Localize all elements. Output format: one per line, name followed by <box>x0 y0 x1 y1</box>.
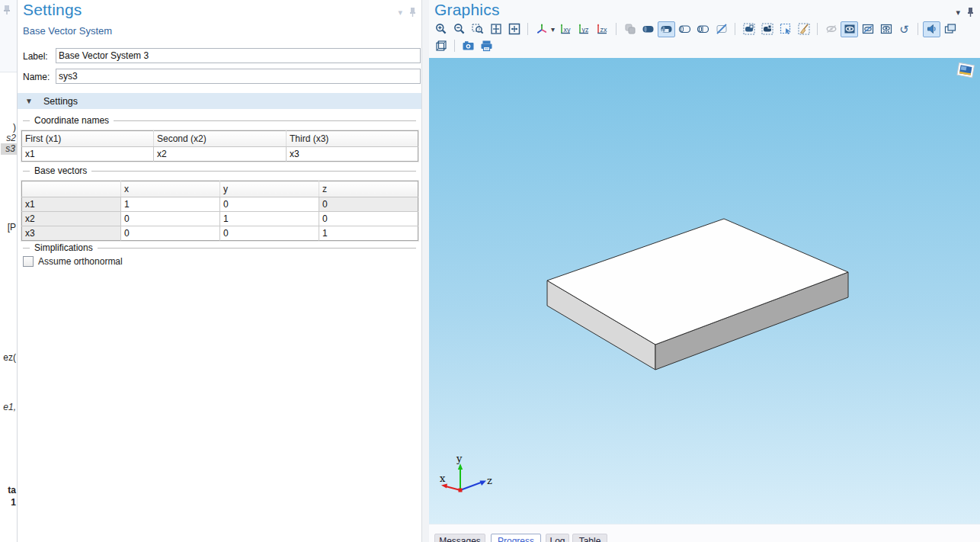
tree-item-fragment[interactable]: ez( <box>3 352 16 363</box>
table-cell[interactable]: x2 <box>154 147 287 162</box>
print-button[interactable] <box>478 38 495 54</box>
table-cell[interactable]: 1 <box>220 212 319 226</box>
tree-item-fragment-selected[interactable]: s3 <box>1 143 17 155</box>
view-dropdown-caret[interactable]: ▾ <box>551 25 555 34</box>
tree-item-fragment[interactable]: s2 <box>6 133 16 143</box>
default-3d-view-icon <box>536 23 548 35</box>
yz-view-icon: yz <box>578 23 591 35</box>
table-cell[interactable]: 0 <box>319 212 418 226</box>
tree-item-fragment[interactable]: [P <box>8 222 16 233</box>
zoom-out-icon <box>453 23 466 35</box>
table-cell[interactable]: 1 <box>319 226 418 241</box>
axis-x-label: x <box>440 473 446 484</box>
tree-item-fragment[interactable]: ) <box>13 122 16 133</box>
column-header: Second (x2) <box>154 131 287 147</box>
table-cell[interactable]: x1 <box>22 147 154 162</box>
table-cell[interactable]: 1 <box>121 197 220 212</box>
graphics-viewport[interactable]: x y z <box>429 58 980 524</box>
show-objects-button[interactable] <box>877 21 895 37</box>
settings-section-header[interactable]: ▼ Settings <box>18 93 421 109</box>
base-vectors-legend: Base vectors <box>23 165 416 176</box>
select-box-cursor-icon <box>780 23 792 35</box>
add-to-selection-button[interactable] <box>740 21 757 37</box>
zoom-box-button[interactable] <box>469 21 486 37</box>
settings-panel: Settings ▾ Base Vector System Label: Nam… <box>18 0 421 542</box>
table-cell[interactable]: 0 <box>220 226 319 241</box>
tree-item-fragment[interactable]: e1, <box>3 402 16 412</box>
table-cell[interactable]: 0 <box>319 197 418 212</box>
table-cell[interactable]: x3 <box>287 147 418 162</box>
window-layout-icon <box>944 23 956 35</box>
zoom-to-selection-icon <box>508 23 520 35</box>
settings-panel-subtitle: Base Vector System <box>23 25 112 37</box>
graphics-panel: Graphics ▾ ▾ xy yz zx ↺ <box>429 0 980 542</box>
show-bounding-box-button[interactable] <box>432 38 450 54</box>
tab-table[interactable]: Table <box>572 534 607 542</box>
remove-from-selection-button[interactable] <box>758 21 776 37</box>
panel-menu-caret-icon[interactable]: ▾ <box>398 8 402 17</box>
zoom-out-button[interactable] <box>450 21 468 37</box>
select-outline-2-button[interactable] <box>694 21 712 37</box>
hide-objects-button[interactable] <box>859 21 876 37</box>
table-cell[interactable]: 0 <box>121 212 220 226</box>
tab-progress[interactable]: Progress <box>491 534 541 542</box>
graphics-panel-title: Graphics <box>434 1 500 19</box>
select-box-button[interactable] <box>777 21 794 37</box>
assume-orthonormal-checkbox[interactable] <box>23 256 34 267</box>
no-selection-icon <box>716 23 728 35</box>
outline-cylinder-icon <box>678 23 691 35</box>
graphics-context-icon[interactable] <box>955 61 976 81</box>
reset-hiding-button[interactable]: ↺ <box>895 21 913 37</box>
view-hidden-disabled-button[interactable] <box>822 21 840 37</box>
assume-orthonormal-label: Assume orthonormal <box>38 256 123 267</box>
select-solid-active-button[interactable] <box>658 21 675 37</box>
svg-text:zx: zx <box>600 26 607 34</box>
scene-light-button[interactable] <box>621 21 639 37</box>
settings-section-label: Settings <box>43 96 78 107</box>
zoom-extents-button[interactable] <box>487 21 504 37</box>
coordinate-names-table: First (x1) Second (x2) Third (x3) x1 x2 … <box>21 130 418 162</box>
table-cell[interactable]: 0 <box>121 226 220 241</box>
window-layout-button[interactable] <box>941 21 959 37</box>
view-hidden-only-button[interactable] <box>841 21 858 37</box>
go-to-yz-view-button[interactable]: yz <box>575 21 593 37</box>
remove-selection-icon <box>761 23 773 35</box>
table-cell[interactable]: 0 <box>220 197 319 212</box>
pin-icon[interactable] <box>966 7 975 18</box>
toolbar-separator <box>817 23 818 35</box>
pin-icon[interactable] <box>408 7 417 18</box>
axis-z-label: z <box>487 475 492 486</box>
pin-icon[interactable] <box>2 5 11 15</box>
column-header <box>22 181 121 197</box>
toolbar-separator <box>454 40 455 52</box>
toolbar-separator <box>735 23 735 35</box>
zoom-in-icon <box>435 23 447 35</box>
bottom-tab-bar: Messages Progress Log Table <box>429 524 980 542</box>
go-to-default-3d-view-button[interactable] <box>533 21 550 37</box>
tree-item-fragment[interactable]: ta <box>8 485 16 495</box>
clear-selection-button[interactable] <box>795 21 812 37</box>
column-header: y <box>220 181 319 197</box>
select-solid-button[interactable] <box>639 21 657 37</box>
label-field-input[interactable] <box>56 48 421 63</box>
collapse-triangle-icon[interactable]: ▼ <box>25 97 33 105</box>
zoom-in-button[interactable] <box>432 21 450 37</box>
tab-log[interactable]: Log <box>546 534 569 542</box>
no-selection-button[interactable] <box>713 21 730 37</box>
tab-messages[interactable]: Messages <box>434 534 485 542</box>
name-field-input[interactable] <box>56 69 421 84</box>
panel-menu-caret-icon[interactable]: ▾ <box>956 8 960 17</box>
column-header: Third (x3) <box>287 131 418 147</box>
row-label: x2 <box>22 212 121 226</box>
tree-item-fragment[interactable]: 1 <box>11 497 16 508</box>
go-to-xy-view-button[interactable]: xy <box>557 21 575 37</box>
select-outline-1-button[interactable] <box>676 21 693 37</box>
axis-y-label: y <box>456 453 463 464</box>
column-header: x <box>121 181 220 197</box>
zoom-to-selection-button[interactable] <box>505 21 523 37</box>
row-label: x1 <box>22 197 121 212</box>
image-snapshot-button[interactable] <box>460 38 477 54</box>
sound-button[interactable] <box>923 21 940 37</box>
go-to-zx-view-button[interactable]: zx <box>594 21 611 37</box>
coordinate-names-legend: Coordinate names <box>23 115 416 126</box>
